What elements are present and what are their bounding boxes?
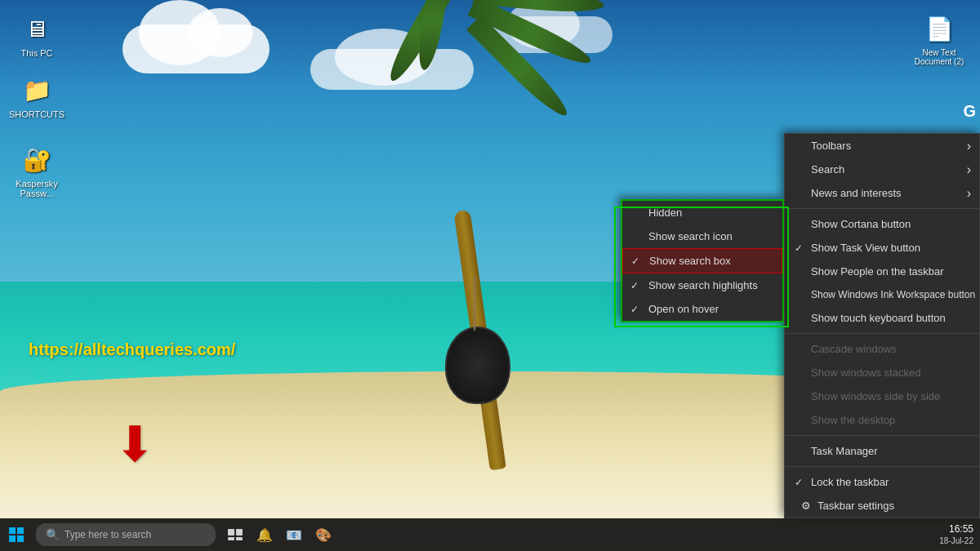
sm-open-on-hover[interactable]: Open on hover: [622, 297, 782, 321]
cm-lock-taskbar[interactable]: Lock the taskbar: [785, 470, 979, 494]
svg-rect-1: [17, 527, 24, 534]
hanging-chair: [445, 327, 510, 408]
cloud: [122, 24, 270, 73]
paint-icon[interactable]: 🎨: [310, 522, 336, 548]
mail-icon[interactable]: 📧: [281, 522, 307, 548]
newtext-icon: 📄: [923, 12, 956, 45]
start-button[interactable]: [0, 518, 33, 551]
desktop-icon-shortcuts[interactable]: 📁 SHORTCUTS: [8, 73, 65, 119]
gear-icon: ⚙: [801, 500, 811, 512]
cm-search[interactable]: Search: [785, 158, 979, 181]
desktop: 🖥 This PC 📁 SHORTCUTS 🔐 Kaspersky Passw.…: [0, 0, 980, 551]
sm-show-search-box[interactable]: Show search box: [622, 248, 782, 273]
shortcuts-icon: 📁: [20, 73, 53, 106]
taskbar-date-value: 18-Jul-22: [939, 535, 973, 546]
taskbar-right-area: 16:55 18-Jul-22: [939, 523, 980, 547]
site-url: https://alltechqueries.com/: [29, 340, 235, 359]
shortcuts-label: SHORTCUTS: [8, 109, 65, 119]
svg-rect-0: [9, 527, 16, 534]
cm-separator: [785, 435, 979, 436]
sm-hidden[interactable]: Hidden: [622, 201, 782, 224]
desktop-icon-kaspersky[interactable]: 🔐 Kaspersky Passw...: [8, 143, 65, 198]
notification-icon[interactable]: 🔔: [252, 522, 278, 548]
cm-separator: [785, 208, 979, 209]
taskbar-clock: 16:55 18-Jul-22: [939, 523, 973, 547]
cm-show-ink[interactable]: Show Windows Ink Workspace button: [785, 283, 979, 306]
svg-rect-4: [228, 529, 234, 535]
kaspersky-icon: 🔐: [20, 143, 53, 176]
cm-toolbars[interactable]: Toolbars: [785, 134, 979, 158]
context-menu-main: Toolbars Search News and interests Show …: [784, 133, 980, 518]
taskbar: 🔍 Type here to search 🔔 📧 🎨 16:55 18-Jul…: [0, 518, 980, 551]
red-arrow: ⬇: [114, 420, 155, 469]
cm-show-cortana[interactable]: Show Cortana button: [785, 212, 979, 236]
cm-separator: [785, 466, 979, 467]
taskbar-quick-icons: 🔔 📧 🎨: [222, 522, 336, 548]
thispc-label: This PC: [8, 48, 65, 58]
cm-taskbar-settings-label: Taskbar settings: [817, 500, 894, 512]
desktop-icon-thispc[interactable]: 🖥 This PC: [8, 12, 65, 58]
sm-show-search-icon[interactable]: Show search icon: [622, 224, 782, 248]
cm-cascade: Cascade windows: [785, 337, 979, 361]
newtext-label: New TextDocument (2): [906, 48, 972, 66]
thispc-icon: 🖥: [20, 12, 53, 45]
task-view-button[interactable]: [222, 522, 248, 548]
cm-show-people[interactable]: Show People on the taskbar: [785, 260, 979, 283]
cm-show-touch-kb[interactable]: Show touch keyboard button: [785, 306, 979, 330]
taskbar-time-value: 16:55: [939, 523, 973, 536]
cm-separator: [785, 333, 979, 334]
kaspersky-label: Kaspersky Passw...: [8, 179, 65, 198]
chair-body: [445, 327, 510, 404]
sm-show-search-highlights[interactable]: Show search highlights: [622, 273, 782, 297]
chair-rope: [474, 278, 475, 331]
cm-show-desktop: Show the desktop: [785, 408, 979, 432]
svg-rect-7: [236, 537, 243, 540]
cm-task-manager[interactable]: Task Manager: [785, 439, 979, 463]
cm-news-interests[interactable]: News and interests: [785, 181, 979, 205]
svg-rect-2: [9, 535, 16, 542]
g-letter: G: [963, 102, 976, 121]
search-placeholder: Type here to search: [65, 529, 151, 540]
cm-show-taskview[interactable]: Show Task View button: [785, 236, 979, 260]
context-menu-search: Hidden Show search icon Show search box …: [621, 199, 784, 322]
taskbar-search-box[interactable]: 🔍 Type here to search: [36, 523, 216, 546]
svg-rect-6: [228, 537, 234, 540]
svg-rect-3: [17, 535, 24, 542]
desktop-icon-newtext[interactable]: 📄 New TextDocument (2): [906, 12, 972, 66]
cm-taskbar-settings[interactable]: ⚙ Taskbar settings: [785, 494, 979, 518]
cm-stacked: Show windows stacked: [785, 361, 979, 384]
search-icon: 🔍: [46, 528, 60, 541]
svg-rect-5: [236, 529, 243, 535]
cm-side-by-side: Show windows side by side: [785, 384, 979, 408]
